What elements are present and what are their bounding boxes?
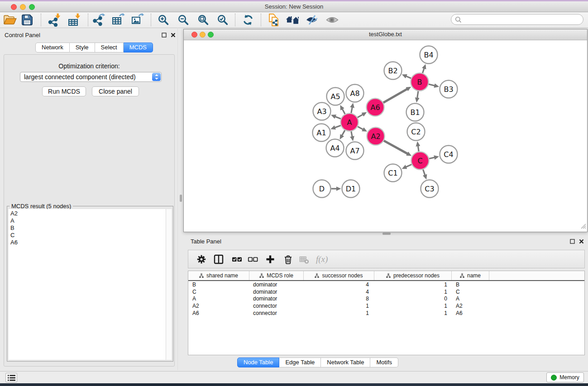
export-table-button[interactable] [110,12,126,28]
graph-edge-B-B3[interactable] [429,84,435,86]
optimization-criterion-select[interactable]: largest connected component (directed) [20,72,162,82]
table-settings-button[interactable] [196,253,206,265]
open-session-button[interactable] [2,12,18,28]
graph-edge-C-C2[interactable] [418,145,419,151]
graph-edge-A2-C[interactable] [384,141,408,154]
close-table-panel-button[interactable] [578,238,584,244]
task-history-button[interactable] [5,373,17,382]
graph-node-C2[interactable]: C2 [407,123,425,141]
graph-node-D[interactable]: D [313,180,331,198]
graph-edge-B-B4[interactable] [422,68,424,73]
table-cell[interactable]: A6 [452,310,489,316]
table-cell[interactable]: 1 [374,289,452,295]
mcds-result-item[interactable]: B [10,224,166,232]
table-cell[interactable]: dominator [249,295,304,302]
tab-select[interactable]: Select [95,43,124,52]
graph-node-B1[interactable]: B1 [406,104,424,121]
zoom-fit-button[interactable] [196,12,211,28]
tab-mcds[interactable]: MCDS [124,43,153,52]
column-header-MCDS-role[interactable]: MCDS role [249,271,304,280]
table-row[interactable]: Bdominator41B [188,281,584,288]
table-cell[interactable]: 0 [374,295,452,302]
graph-node-C4[interactable]: C4 [440,146,458,163]
table-row[interactable]: A6connector11A6 [188,310,584,317]
graph-node-A1[interactable]: A1 [313,124,330,142]
table-cell[interactable]: 1 [374,281,452,288]
mcds-result-item[interactable]: A6 [10,239,166,246]
column-header-name[interactable]: name [452,271,489,280]
table-tab-motifs[interactable]: Motifs [370,357,398,367]
graph-node-A4[interactable]: A4 [326,139,344,157]
graph-edge-A-A4[interactable] [342,130,345,136]
create-column-button[interactable] [265,253,275,265]
run-mcds-button[interactable]: Run MCDS [42,86,86,96]
export-image-button[interactable] [130,12,145,28]
table-cell[interactable]: dominator [249,281,304,288]
graph-edge-A6-B[interactable] [383,89,408,103]
table-cell[interactable]: A [452,295,489,302]
column-header-successor-nodes[interactable]: successor nodes [304,271,374,280]
graph-edge-A-A1[interactable] [335,125,341,128]
column-header-predecessor-nodes[interactable]: predecessor nodes [374,271,452,280]
table-cell[interactable]: A2 [188,303,249,309]
table-row[interactable]: Adominator80A [188,295,584,302]
select-all-button[interactable] [232,253,242,265]
deselect-all-button[interactable] [248,253,258,265]
graph-node-B4[interactable]: B4 [420,46,438,64]
tab-style[interactable]: Style [70,43,95,52]
delete-column-button[interactable] [283,253,293,265]
apply-layout-button[interactable] [240,12,256,28]
graph-edge-A-A7[interactable] [351,131,352,137]
table-cell[interactable]: 1 [304,310,374,316]
graph-edge-A-A2[interactable] [358,127,363,130]
table-row[interactable]: A2connector11A2 [188,302,584,310]
graph-node-A2[interactable]: A2 [367,128,385,145]
table-cell[interactable]: C [188,289,249,295]
float-table-panel-button[interactable] [569,238,575,244]
table-cell[interactable]: 8 [304,295,374,302]
graph-edge-C-C4[interactable] [429,157,435,159]
table-cell[interactable]: A2 [452,303,489,309]
hide-graphics-details-button[interactable] [304,12,320,28]
table-cell[interactable]: A [188,295,249,302]
graph-node-B[interactable]: B [411,73,429,91]
import-table-button[interactable] [67,12,82,28]
table-row[interactable]: Cdominator41C [188,288,584,295]
show-graphics-details-button[interactable] [325,12,340,28]
close-panel-action-button[interactable]: Close panel [92,86,139,96]
table-cell[interactable]: 1 [374,310,452,316]
graph-node-C1[interactable]: C1 [384,164,402,182]
mcds-result-item[interactable]: A2 [10,210,166,217]
table-cell[interactable]: 4 [304,281,374,288]
graph-node-B2[interactable]: B2 [384,62,402,80]
table-cell[interactable]: C [452,289,489,295]
import-network-button[interactable] [47,12,62,28]
network-canvas[interactable]: AA1A2A3A4A5A6A7A8BB1B2B3B4CC1C2C3C4DD1 [183,39,587,232]
graph-node-B3[interactable]: B3 [440,81,458,98]
scrollbar[interactable] [166,209,172,360]
graph-edge-A-A6[interactable] [358,114,363,117]
table-cell[interactable]: 4 [304,289,374,295]
table-tab-edge-table[interactable]: Edge Table [279,357,321,367]
graph-node-C3[interactable]: C3 [421,180,439,198]
export-network-button[interactable] [91,12,106,28]
duplicate-network-button[interactable] [266,12,282,28]
zoom-selected-button[interactable] [215,12,230,28]
network-search-field[interactable] [451,14,583,25]
graph-node-A8[interactable]: A8 [346,85,364,102]
graph-node-A7[interactable]: A7 [346,142,364,160]
graph-node-A[interactable]: A [341,114,359,131]
zoom-out-button[interactable] [176,12,191,28]
save-session-button[interactable] [19,12,35,28]
table-cell[interactable]: A6 [188,310,249,316]
mcds-result-item[interactable]: C [10,232,166,239]
show-all-networks-button[interactable] [285,12,301,28]
close-panel-button[interactable] [170,32,176,38]
graph-node-D1[interactable]: D1 [342,180,360,198]
table-tab-network-table[interactable]: Network Table [321,357,370,367]
graph-edge-A-A3[interactable] [335,116,341,119]
graph-edge-A-A5[interactable] [342,109,345,114]
tab-network[interactable]: Network [35,43,70,52]
table-cell[interactable]: 1 [304,303,374,309]
graph-node-A6[interactable]: A6 [367,99,384,116]
